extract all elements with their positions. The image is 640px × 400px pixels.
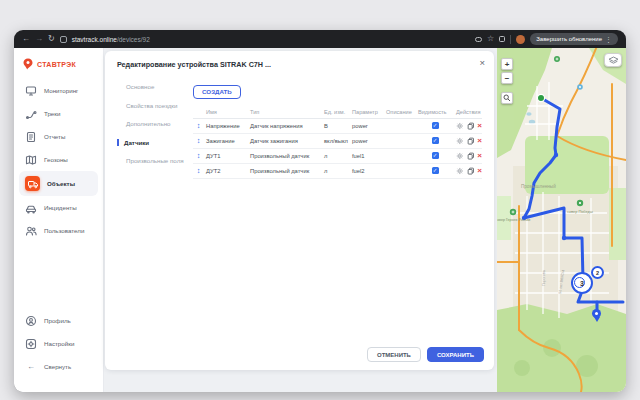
- map-panel[interactable]: Промышленный сквер Победы сквер Героев Р…: [497, 48, 626, 392]
- sidebar-item-incidents[interactable]: Инциденты: [19, 196, 98, 219]
- sensor-type: Датчик напряжения: [248, 123, 322, 129]
- gear-icon: [25, 338, 37, 350]
- zoom-out-button[interactable]: −: [501, 72, 513, 84]
- reload-icon[interactable]: ↻: [48, 35, 55, 43]
- modal-title: Редактирование устройства SITRAK C7H ...: [105, 51, 494, 69]
- tab-additional[interactable]: Дополнительно: [117, 120, 193, 127]
- modal-footer: ОТМЕНИТЬ СОХРАНИТЬ: [367, 347, 484, 362]
- table-header-row: Имя Тип Ед. изм. Параметр Описание Видим…: [193, 106, 482, 119]
- cancel-button[interactable]: ОТМЕНИТЬ: [367, 347, 421, 362]
- visibility-cell: [416, 122, 454, 129]
- drag-handle-icon[interactable]: [193, 121, 204, 130]
- visibility-checkbox[interactable]: [432, 167, 439, 174]
- actions-cell: ×: [454, 152, 484, 160]
- map-layers-button[interactable]: [604, 53, 622, 67]
- delete-icon[interactable]: ×: [477, 167, 482, 175]
- drag-handle-icon[interactable]: [193, 151, 204, 160]
- drag-handle-icon[interactable]: [193, 166, 204, 175]
- sidebar-item-collapse[interactable]: ← Свернуть: [19, 355, 98, 378]
- settings-icon[interactable]: [456, 137, 464, 145]
- drag-handle-icon[interactable]: [193, 136, 204, 145]
- sidebar-item-label: Инциденты: [44, 204, 77, 211]
- map-park-label: сквер Победы: [567, 209, 593, 214]
- tab-sensors[interactable]: Датчики: [117, 139, 193, 146]
- sensor-name: Напряжение: [204, 123, 248, 129]
- delete-icon[interactable]: ×: [477, 122, 482, 130]
- chrome-divider: [510, 35, 511, 44]
- back-icon[interactable]: ←: [22, 35, 30, 43]
- sidebar-item-label: Треки: [44, 110, 60, 117]
- sidebar-item-objects[interactable]: Объекты: [19, 171, 98, 196]
- layers-icon: [608, 56, 619, 65]
- sidebar-item-monitoring[interactable]: Мониторинг: [19, 79, 98, 102]
- logo[interactable]: СТАВТРЭК: [14, 48, 103, 77]
- sensor-param: power: [350, 138, 384, 144]
- forward-icon[interactable]: →: [35, 35, 43, 43]
- sidebar-item-tracks[interactable]: Треки: [19, 102, 98, 125]
- visibility-cell: [416, 137, 454, 144]
- tab-custom-fields[interactable]: Произвольные поля: [117, 157, 193, 164]
- sidebar-item-users[interactable]: Пользователи: [19, 219, 98, 242]
- route-end-pin[interactable]: [592, 309, 602, 322]
- table-row: ДУТ1 Произвольный датчик л fuel1 ×: [193, 149, 482, 164]
- url-host: stavtrack.online: [72, 36, 117, 43]
- create-button[interactable]: СОЗДАТЬ: [193, 85, 241, 99]
- tab-main[interactable]: Основное: [117, 83, 193, 90]
- sidebar-item-profile[interactable]: Профиль: [19, 309, 98, 332]
- copy-icon[interactable]: [467, 122, 475, 130]
- settings-icon[interactable]: [456, 122, 464, 130]
- delete-icon[interactable]: ×: [477, 137, 482, 145]
- passkey-icon[interactable]: [475, 37, 482, 42]
- browser-chrome: ← → ↻ stavtrack.online/devices/92 ☆ Заве…: [14, 30, 626, 48]
- map-search-button[interactable]: [501, 92, 513, 104]
- sidebar-item-reports[interactable]: Отчеты: [19, 125, 98, 148]
- visibility-cell: [416, 152, 454, 159]
- sidebar-item-label: Геозоны: [44, 156, 68, 163]
- col-type: Тип: [248, 109, 322, 115]
- logo-pin-icon: [23, 58, 33, 70]
- map-cluster-large[interactable]: 3: [571, 272, 593, 294]
- bookmark-star-icon[interactable]: ☆: [487, 35, 494, 43]
- map-canvas: Промышленный сквер Победы сквер Героев Р…: [497, 48, 626, 392]
- profile-avatar[interactable]: [516, 35, 525, 44]
- delete-icon[interactable]: ×: [477, 152, 482, 160]
- copy-icon[interactable]: [467, 167, 475, 175]
- kebab-menu-icon[interactable]: ⋮: [605, 36, 612, 43]
- site-info-icon[interactable]: [60, 36, 67, 43]
- finish-update-label: Завершить обновление: [536, 36, 602, 42]
- settings-icon[interactable]: [456, 152, 464, 160]
- copy-icon[interactable]: [467, 137, 475, 145]
- sidebar-item-label: Настройки: [44, 340, 74, 347]
- actions-cell: ×: [454, 137, 484, 145]
- main-area: Редактирование устройства SITRAK C7H ...…: [104, 48, 497, 392]
- extensions-icon[interactable]: [499, 36, 505, 42]
- finish-update-button[interactable]: Завершить обновление ⋮: [530, 33, 618, 45]
- map-cluster-small[interactable]: 2: [591, 266, 604, 279]
- close-icon[interactable]: ×: [479, 58, 485, 68]
- copy-icon[interactable]: [467, 152, 475, 160]
- sensor-name: ДУТ1: [204, 153, 248, 159]
- zoom-in-button[interactable]: +: [501, 58, 513, 70]
- map-district-label: Промышленный: [521, 183, 556, 189]
- table-row: Зажигание Датчик зажигания вкл/выкл powe…: [193, 134, 482, 149]
- visibility-checkbox[interactable]: [432, 122, 439, 129]
- visibility-checkbox[interactable]: [432, 137, 439, 144]
- profile-icon: [25, 315, 37, 327]
- sidebar-item-settings[interactable]: Настройки: [19, 332, 98, 355]
- sensor-type: Произвольный датчик: [248, 153, 322, 159]
- actions-cell: ×: [454, 122, 484, 130]
- sensor-name: ДУТ2: [204, 168, 248, 174]
- visibility-checkbox[interactable]: [432, 152, 439, 159]
- url-path: /devices/92: [117, 36, 150, 43]
- route-start-marker[interactable]: [537, 94, 544, 101]
- address-bar[interactable]: stavtrack.online/devices/92: [72, 36, 150, 43]
- sensor-unit: вкл/выкл: [322, 138, 350, 144]
- sensor-param: fuel1: [350, 153, 384, 159]
- save-button[interactable]: СОХРАНИТЬ: [427, 347, 484, 362]
- tab-trip-properties[interactable]: Свойства поездки: [117, 102, 193, 109]
- logo-text: СТАВТРЭК: [37, 61, 76, 68]
- settings-icon[interactable]: [456, 167, 464, 175]
- sensor-type: Датчик зажигания: [248, 138, 322, 144]
- col-actions: Действия: [454, 109, 484, 115]
- sidebar-item-geozones[interactable]: Геозоны: [19, 148, 98, 171]
